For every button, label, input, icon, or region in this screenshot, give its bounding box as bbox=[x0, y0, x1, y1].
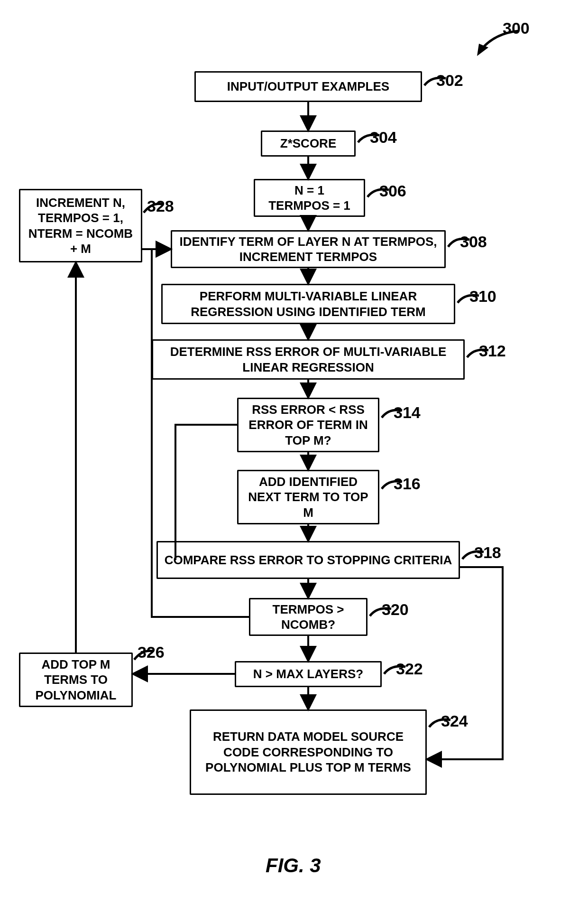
ref-308: 308 bbox=[460, 233, 487, 251]
ref-322: 322 bbox=[396, 660, 423, 678]
node-316: ADD IDENTIFIED NEXT TERM TO TOP M bbox=[237, 470, 379, 524]
node-302: INPUT/OUTPUT EXAMPLES bbox=[194, 71, 422, 102]
node-308: IDENTIFY TERM OF LAYER N AT TERMPOS, INC… bbox=[171, 230, 446, 268]
figure-ref-300: 300 bbox=[503, 19, 530, 37]
ref-302: 302 bbox=[436, 71, 463, 90]
node-318: COMPARE RSS ERROR TO STOPPING CRITERIA bbox=[156, 541, 460, 579]
node-310-text: PERFORM MULTI-VARIABLE LINEAR REGRESSION… bbox=[166, 289, 450, 319]
ref-328: 328 bbox=[147, 197, 174, 215]
ref-316: 316 bbox=[394, 475, 421, 493]
node-316-text: ADD IDENTIFIED NEXT TERM TO TOP M bbox=[242, 474, 374, 521]
node-322-text: N > MAX LAYERS? bbox=[253, 666, 363, 682]
node-328: INCREMENT N, TERMPOS = 1, NTERM = NCOMB … bbox=[19, 189, 142, 262]
ref-312: 312 bbox=[479, 342, 506, 360]
flowchart-canvas: 300 INPUT/OUTPUT EXAMPLES 302 Z*SCORE 30… bbox=[0, 0, 588, 914]
node-314-text: RSS ERROR < RSS ERROR OF TERM IN TOP M? bbox=[242, 402, 374, 448]
ref-306: 306 bbox=[379, 182, 406, 200]
node-328-text: INCREMENT N, TERMPOS = 1, NTERM = NCOMB … bbox=[24, 195, 137, 257]
ref-310: 310 bbox=[469, 287, 496, 306]
figure-caption: FIG. 3 bbox=[266, 854, 321, 877]
node-320: TERMPOS > NCOMB? bbox=[249, 598, 368, 636]
node-324: RETURN DATA MODEL SOURCE CODE CORRESPOND… bbox=[190, 709, 427, 795]
ref-318: 318 bbox=[474, 543, 501, 562]
node-304: Z*SCORE bbox=[261, 131, 356, 157]
ref-314: 314 bbox=[394, 403, 421, 422]
node-326-text: ADD TOP M TERMS TO POLYNOMIAL bbox=[24, 657, 128, 703]
node-304-text: Z*SCORE bbox=[280, 136, 336, 151]
node-326: ADD TOP M TERMS TO POLYNOMIAL bbox=[19, 653, 133, 707]
node-302-text: INPUT/OUTPUT EXAMPLES bbox=[227, 79, 389, 94]
node-318-text: COMPARE RSS ERROR TO STOPPING CRITERIA bbox=[165, 552, 452, 568]
node-312-text: DETERMINE RSS ERROR OF MULTI-VARIABLE LI… bbox=[157, 344, 459, 375]
node-314: RSS ERROR < RSS ERROR OF TERM IN TOP M? bbox=[237, 398, 379, 452]
ref-326: 326 bbox=[138, 643, 165, 662]
ref-324: 324 bbox=[441, 712, 468, 730]
ref-320: 320 bbox=[382, 600, 409, 619]
node-306: N = 1 TERMPOS = 1 bbox=[254, 179, 365, 217]
node-308-text: IDENTIFY TERM OF LAYER N AT TERMPOS, INC… bbox=[176, 234, 441, 265]
node-322: N > MAX LAYERS? bbox=[235, 661, 382, 687]
node-320-text: TERMPOS > NCOMB? bbox=[254, 602, 362, 633]
node-310: PERFORM MULTI-VARIABLE LINEAR REGRESSION… bbox=[161, 284, 455, 324]
node-306-text: N = 1 TERMPOS = 1 bbox=[268, 183, 350, 214]
node-324-text: RETURN DATA MODEL SOURCE CODE CORRESPOND… bbox=[195, 729, 422, 775]
ref-304: 304 bbox=[370, 128, 397, 147]
node-312: DETERMINE RSS ERROR OF MULTI-VARIABLE LI… bbox=[152, 339, 465, 380]
